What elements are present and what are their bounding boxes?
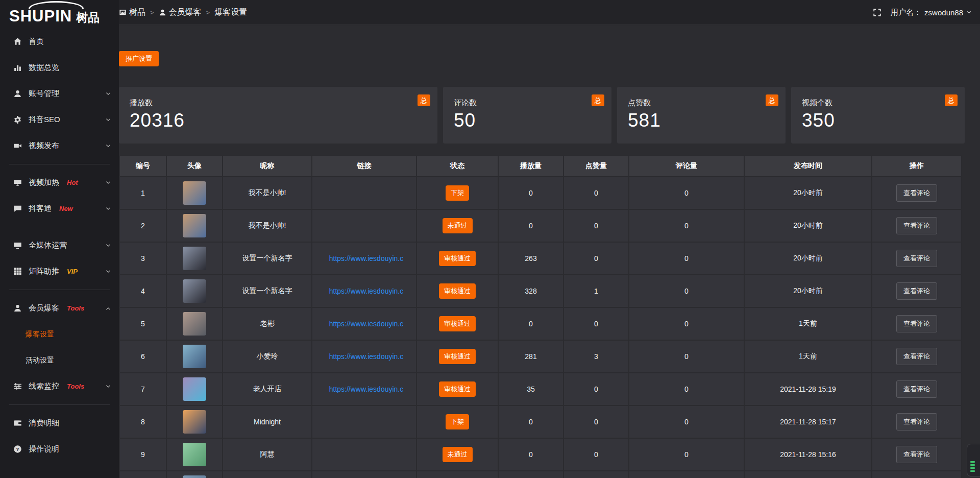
sidebar-item-douyin-seo[interactable]: 抖音SEO — [0, 107, 119, 133]
status-badge: 下架 — [446, 414, 469, 429]
monitor-icon — [13, 241, 22, 250]
cell-time: 2021-11-28 15:17 — [744, 405, 872, 438]
cell-actions: 查看评论 — [872, 373, 962, 405]
cell-comments: 0 — [629, 438, 744, 471]
cell-comments: 0 — [629, 307, 744, 340]
profile-link[interactable]: https://www.iesdouyin.c — [329, 385, 404, 393]
table-row: 4设置一个新名字https://www.iesdouyin.c审核通过32810… — [119, 275, 962, 307]
chevron-down-icon — [105, 117, 111, 123]
table-header-row: 编号头像昵称链接状态播放量点赞量评论量发布时间操作 — [119, 155, 962, 177]
sidebar-item-clue-monitor[interactable]: 线索监控Tools — [0, 373, 119, 399]
sidebar-item-account-management[interactable]: 账号管理 — [0, 81, 119, 107]
sidebar-subitem-baoke-settings[interactable]: 爆客设置 — [0, 321, 119, 347]
sidebar-item-member-baoke[interactable]: 会员爆客Tools — [0, 295, 119, 321]
sidebar-item-label: 视频加热 — [29, 178, 59, 187]
stat-card-label: 播放数 — [130, 98, 437, 108]
user-menu[interactable]: 用户名：zswodun88 — [891, 8, 972, 17]
avatar — [183, 345, 206, 368]
status-badge: 审核通过 — [439, 283, 476, 299]
sidebar-item-badge: Tools — [67, 383, 84, 390]
breadcrumb-item[interactable]: 会员爆客 — [159, 7, 202, 18]
breadcrumb-item[interactable]: 爆客设置 — [214, 7, 247, 18]
floating-widget[interactable] — [967, 444, 980, 476]
total-badge: 总 — [945, 94, 958, 106]
cell-plays: 328 — [498, 275, 564, 307]
sidebar-item-omni-media-operation[interactable]: 全媒体运营 — [0, 232, 119, 258]
sidebar-item-matrix-boost[interactable]: 矩阵助推VIP — [0, 258, 119, 284]
sidebar-item-badge: Hot — [67, 179, 78, 186]
view-comments-button[interactable]: 查看评论 — [896, 217, 937, 234]
cell-nickname: Midnight — [223, 405, 312, 438]
avatar — [183, 410, 206, 434]
column-header: 状态 — [416, 155, 498, 177]
cell-nickname — [223, 471, 312, 478]
profile-link[interactable]: https://www.iesdouyin.c — [329, 320, 404, 328]
sidebar-item-label: 矩阵助推 — [29, 267, 59, 276]
view-comments-button[interactable]: 查看评论 — [896, 413, 937, 431]
breadcrumb-separator: > — [206, 9, 210, 16]
breadcrumb-label: 会员爆客 — [169, 7, 202, 18]
cell-id: 6 — [119, 340, 166, 373]
wallet-icon — [13, 419, 22, 427]
sidebar-subitem-activity-settings[interactable]: 活动设置 — [0, 347, 119, 373]
user-icon — [13, 304, 22, 313]
sidebar-item-video-heat[interactable]: 视频加热Hot — [0, 170, 119, 196]
view-comments-button[interactable]: 查看评论 — [896, 380, 937, 398]
status-badge: 审核通过 — [439, 381, 476, 397]
avatar — [183, 377, 206, 401]
sidebar-item-home[interactable]: 首页 — [0, 29, 119, 55]
view-comments-button[interactable]: 查看评论 — [896, 446, 937, 463]
stat-card: 播放数20316总 — [119, 87, 437, 144]
cell-plays: 0 — [498, 209, 564, 242]
menu-divider — [9, 164, 110, 164]
topbar: 树品>会员爆客>爆客设置 用户名：zswodun88 — [119, 0, 980, 25]
view-comments-button[interactable]: 查看评论 — [896, 348, 937, 365]
cell-actions: 查看评论 — [872, 307, 962, 340]
sidebar-item-doukatong[interactable]: 抖客通New — [0, 196, 119, 222]
profile-link[interactable]: https://www.iesdouyin.c — [329, 287, 404, 295]
sidebar-item-label: 数据总览 — [29, 63, 59, 73]
view-comments-button[interactable]: 查看评论 — [896, 250, 937, 267]
promo-settings-button[interactable]: 推广设置 — [119, 51, 159, 66]
video-icon — [13, 141, 22, 150]
cell-status: 审核通过 — [416, 373, 498, 405]
sidebar-item-label: 视频发布 — [29, 141, 59, 151]
view-comments-button[interactable]: 查看评论 — [896, 315, 937, 332]
cell-comments: 0 — [629, 373, 744, 405]
cell-plays — [498, 471, 564, 478]
stat-cards: 播放数20316总评论数50总点赞数581总视频个数350总 — [119, 87, 980, 144]
cell-status: 下架 — [416, 405, 498, 438]
grid-icon — [13, 267, 22, 276]
status-badge: 审核通过 — [439, 251, 476, 266]
view-comments-button[interactable]: 查看评论 — [896, 282, 937, 300]
breadcrumb: 树品>会员爆客>爆客设置 — [119, 7, 247, 18]
sidebar-item-operation-guide[interactable]: ?操作说明 — [0, 436, 119, 462]
cell-time: 2021-11-28 15:19 — [744, 373, 872, 405]
profile-link[interactable]: https://www.iesdouyin.c — [329, 254, 404, 262]
cell-comments — [629, 471, 744, 478]
cell-nickname: 设置一个新名字 — [223, 242, 312, 275]
cell-link: https://www.iesdouyin.c — [312, 307, 416, 340]
breadcrumb-item[interactable]: 树品 — [119, 7, 145, 18]
cell-nickname: 老彬 — [223, 307, 312, 340]
view-comments-button[interactable]: 查看评论 — [896, 184, 937, 202]
chevron-up-icon — [105, 305, 111, 312]
logo-arc — [29, 1, 84, 9]
stat-card: 评论数50总 — [443, 87, 611, 144]
cell-link — [312, 438, 416, 471]
total-badge: 总 — [418, 94, 430, 106]
cell-nickname: 阿慧 — [223, 438, 312, 471]
cell-comments: 0 — [629, 242, 744, 275]
cell-id: 3 — [119, 242, 166, 275]
sidebar-item-label: 抖音SEO — [29, 115, 60, 125]
column-header: 链接 — [312, 155, 416, 177]
table-row: 9阿慧未通过0002021-11-28 15:16查看评论 — [119, 438, 962, 471]
cell-likes: 1 — [564, 275, 629, 307]
sidebar-item-video-publish[interactable]: 视频发布 — [0, 133, 119, 159]
sidebar-item-consumption-detail[interactable]: 消费明细 — [0, 410, 119, 436]
sidebar-item-data-overview[interactable]: 数据总览 — [0, 55, 119, 81]
profile-link[interactable]: https://www.iesdouyin.c — [329, 352, 404, 361]
cell-nickname: 我不是小帅! — [223, 177, 312, 209]
cell-avatar — [166, 405, 223, 438]
fullscreen-icon[interactable] — [873, 8, 881, 17]
